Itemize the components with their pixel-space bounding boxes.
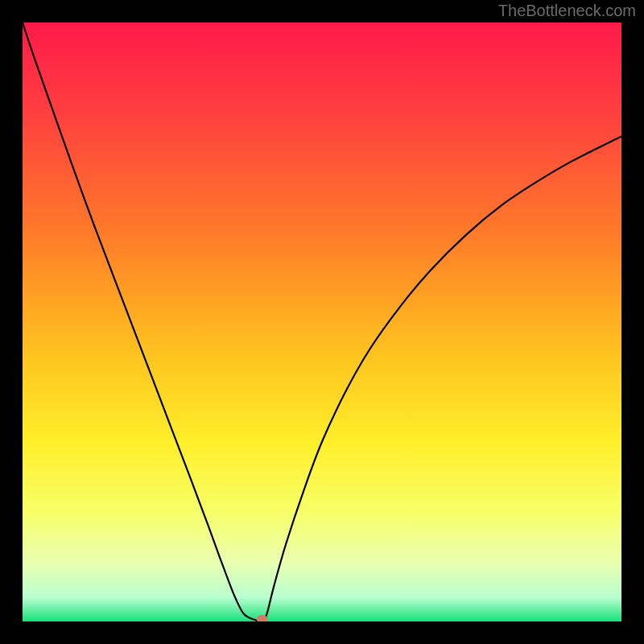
bottleneck-chart xyxy=(23,23,621,621)
gradient-background xyxy=(23,23,621,621)
chart-frame xyxy=(23,23,621,621)
watermark-text: TheBottleneck.com xyxy=(498,2,636,20)
